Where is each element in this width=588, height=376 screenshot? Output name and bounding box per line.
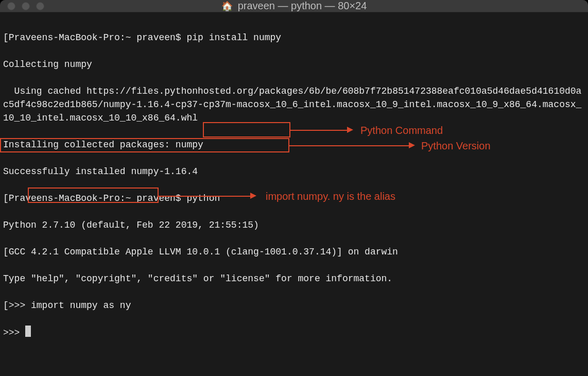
terminal-line: [Praveens-MacBook-Pro:~ praveen$ pip ins…	[3, 31, 585, 44]
arrow-head-icon	[347, 127, 353, 133]
terminal-body[interactable]: [Praveens-MacBook-Pro:~ praveen$ pip ins…	[0, 12, 588, 376]
terminal-window: 🏠 praveen — python — 80×24 [Praveens-Mac…	[0, 0, 588, 376]
arrow-line	[290, 130, 347, 131]
zoom-button[interactable]	[36, 2, 44, 10]
title-bar[interactable]: 🏠 praveen — python — 80×24	[0, 0, 588, 12]
terminal-line: Python 2.7.10 (default, Feb 22 2019, 21:…	[3, 218, 585, 232]
annotation-label-python-command: Python Command	[360, 124, 443, 137]
window-title-wrap: 🏠 praveen — python — 80×24	[7, 0, 581, 12]
terminal-line: Collecting numpy	[3, 58, 585, 71]
prompt-line-1: Praveens-MacBook-Pro:~ praveen$ pip inst…	[9, 32, 281, 43]
cursor-block	[25, 326, 31, 337]
repl-line-2: >>>	[3, 328, 25, 338]
terminal-line: Type "help", "copyright", "credits" or "…	[3, 272, 585, 285]
prompt-line-2: Praveens-MacBook-Pro:~ praveen$ python	[9, 193, 220, 203]
terminal-line: [GCC 4.2.1 Compatible Apple LLVM 10.0.1 …	[3, 245, 585, 259]
highlight-box-python-command	[203, 122, 290, 138]
traffic-lights	[7, 2, 44, 10]
terminal-line: Using cached https://files.pythonhosted.…	[3, 84, 585, 125]
home-icon: 🏠	[221, 2, 233, 11]
terminal-line: >>>	[3, 326, 585, 339]
terminal-line: Installing collected packages: numpy	[3, 138, 585, 151]
close-button[interactable]	[7, 2, 15, 10]
terminal-line: [Praveens-MacBook-Pro:~ praveen$ python	[3, 192, 585, 205]
terminal-line: [>>> import numpy as ny	[3, 299, 585, 312]
minimize-button[interactable]	[22, 2, 30, 10]
repl-line-1: >>> import numpy as ny	[9, 300, 131, 311]
terminal-line: Successfully installed numpy-1.16.4	[3, 165, 585, 178]
window-title: praveen — python — 80×24	[238, 0, 367, 12]
